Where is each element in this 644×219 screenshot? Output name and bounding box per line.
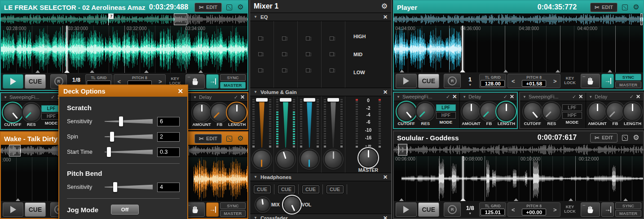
eq-kill-checkbox[interactable] (282, 68, 286, 72)
eq-kill-checkbox[interactable] (258, 36, 262, 40)
deck2-maximize-button[interactable] (225, 135, 233, 143)
gain-knob[interactable] (253, 151, 270, 168)
check-icon[interactable]: ✓ (503, 94, 507, 100)
fader-handle[interactable] (327, 98, 339, 102)
channel-fader[interactable] (276, 98, 296, 148)
slider-handle[interactable] (110, 132, 114, 142)
deck4-detail-waveform[interactable]: 00:06:000 00:08:000 00:10:000 00:12:000 (394, 156, 643, 201)
headphone-cue-3[interactable]: CUE (302, 185, 319, 193)
deck2-scratch-button[interactable]: ··· (185, 202, 205, 217)
check-icon[interactable]: ✓ (51, 94, 55, 100)
player-jump-button[interactable]: →| (601, 74, 614, 88)
player-edit-button[interactable]: ✂EDIT (590, 3, 618, 12)
slider-handle[interactable] (119, 116, 123, 126)
deck2-cue-button[interactable]: CUE (25, 202, 45, 217)
eq-kill-checkbox[interactable] (258, 68, 262, 72)
close-icon[interactable]: ✕ (177, 87, 183, 95)
close-icon[interactable]: ✕ (240, 94, 245, 100)
player-keylock-button[interactable]: KEYLOCK (562, 74, 578, 88)
collapse-icon[interactable]: ▼ (254, 175, 257, 179)
deck2-play-button[interactable] (3, 202, 23, 217)
scratch-starttime-value[interactable]: 0.3 (157, 147, 180, 157)
player-pitch-value[interactable]: PITCH 8+01.58 (518, 74, 550, 88)
deck4-jump-button[interactable]: →| (601, 202, 614, 217)
deck2-sync-button[interactable]: SYNC (220, 202, 246, 209)
eq-kill-checkbox[interactable] (306, 36, 310, 40)
deck1-master-button[interactable]: MASTER (220, 82, 246, 89)
deck1-sync-button[interactable]: SYNC (220, 74, 246, 81)
gain-knob[interactable] (277, 151, 294, 168)
deck4-overview-waveform[interactable] (394, 144, 643, 156)
deck4-settings-button[interactable]: ⚙ (632, 134, 640, 142)
close-icon[interactable]: ✕ (452, 94, 457, 100)
fb-knob[interactable] (211, 104, 228, 121)
hpf-button[interactable]: HPF (562, 112, 582, 119)
headphones-section-header[interactable]: ▼ Headphones ✕ (250, 173, 391, 181)
fader-handle[interactable] (280, 98, 291, 102)
deck4-loop-size[interactable]: 1/8▼ (462, 202, 478, 217)
res-knob[interactable] (417, 103, 434, 120)
dialog-titlebar[interactable]: Deck Options ✕ (59, 85, 187, 97)
player-scratch-button[interactable]: ··· (581, 74, 600, 88)
eq-kill-checkbox[interactable] (306, 52, 310, 56)
player-settings-button[interactable]: ⚙ (632, 4, 640, 11)
player-maximize-button[interactable] (621, 4, 629, 11)
channel-fader[interactable] (300, 98, 319, 148)
headphone-volume-knob[interactable] (284, 197, 300, 212)
deck4-maximize-button[interactable] (621, 134, 629, 142)
collapse-icon[interactable]: ▼ (193, 95, 197, 99)
fb-knob[interactable] (481, 103, 498, 120)
hpf-button[interactable]: HPF (436, 112, 456, 119)
deck4-view-window[interactable] (398, 144, 407, 156)
eq-kill-checkbox[interactable] (330, 36, 334, 40)
pitch-up-button[interactable]: > (550, 74, 560, 88)
mixer-settings-button[interactable]: ⚙ (381, 3, 388, 10)
player-cue-button[interactable]: CUE (418, 74, 439, 88)
deck1-settings-button[interactable]: ⚙ (237, 4, 244, 11)
deck4-keylock-button[interactable]: KEYLOCK (562, 202, 578, 217)
deck4-master-button[interactable]: MASTER (615, 210, 641, 217)
gain-knob[interactable] (325, 151, 342, 168)
fader-handle[interactable] (256, 98, 268, 102)
player-loop-button[interactable]: R (444, 74, 461, 88)
headphone-cue-2[interactable]: CUE (278, 185, 295, 193)
deck1-maximize-button[interactable] (225, 4, 233, 11)
fader-handle[interactable] (304, 98, 315, 102)
pitchbend-sensitivity-value[interactable]: 4 (157, 183, 180, 192)
jog-mode-toggle[interactable]: Off (111, 205, 139, 215)
check-icon[interactable]: ✓ (630, 94, 634, 100)
collapse-icon[interactable]: ▼ (254, 216, 257, 219)
deck1-overview-waveform[interactable]: 7 (1, 13, 247, 26)
close-icon[interactable]: ✕ (636, 94, 640, 100)
deck1-edit-button[interactable]: ✂EDIT (194, 3, 222, 12)
deck1-view-window[interactable] (174, 13, 187, 25)
headphone-cue-1[interactable]: CUE (254, 185, 271, 193)
collapse-icon[interactable]: ▼ (397, 95, 400, 99)
player-sync-button[interactable]: SYNC (615, 74, 641, 80)
pitch-up-button[interactable]: > (550, 203, 560, 216)
pitch-down-button[interactable]: < (508, 74, 518, 88)
eq-kill-checkbox[interactable] (282, 52, 286, 56)
eq-kill-checkbox[interactable] (330, 52, 334, 56)
lpf-button[interactable]: LPF (562, 104, 582, 111)
headphone-mix-knob[interactable] (256, 198, 269, 211)
eq-kill-checkbox[interactable] (306, 68, 310, 72)
deck1-detail-waveform[interactable]: 03:28:000 03:30:000 03:32:000 03:34:000 (1, 26, 247, 73)
close-icon[interactable]: ✕ (510, 94, 514, 100)
collapse-icon[interactable]: ▼ (254, 15, 257, 19)
deck2-view-window[interactable] (9, 145, 21, 156)
player-tlgrid[interactable]: TL GRID128.00 (479, 74, 506, 88)
deck1-cue-button[interactable]: CUE (25, 74, 45, 89)
collapse-icon[interactable]: ▼ (523, 95, 526, 99)
channel-fader[interactable] (252, 98, 272, 148)
check-icon[interactable]: ✓ (446, 94, 450, 100)
check-icon[interactable]: ✓ (572, 94, 576, 100)
collapse-icon[interactable]: ▼ (4, 95, 7, 99)
deck4-sync-button[interactable]: SYNC (615, 202, 641, 209)
player-view-window[interactable] (640, 13, 642, 25)
collapse-icon[interactable]: ▼ (254, 90, 257, 94)
deck4-loop-button[interactable]: R (444, 202, 461, 217)
deck2-jump-button[interactable]: →| (206, 202, 219, 217)
cutoff-knob[interactable] (524, 103, 541, 120)
eq-section-header[interactable]: ▼ EQ ✕ (250, 13, 391, 21)
